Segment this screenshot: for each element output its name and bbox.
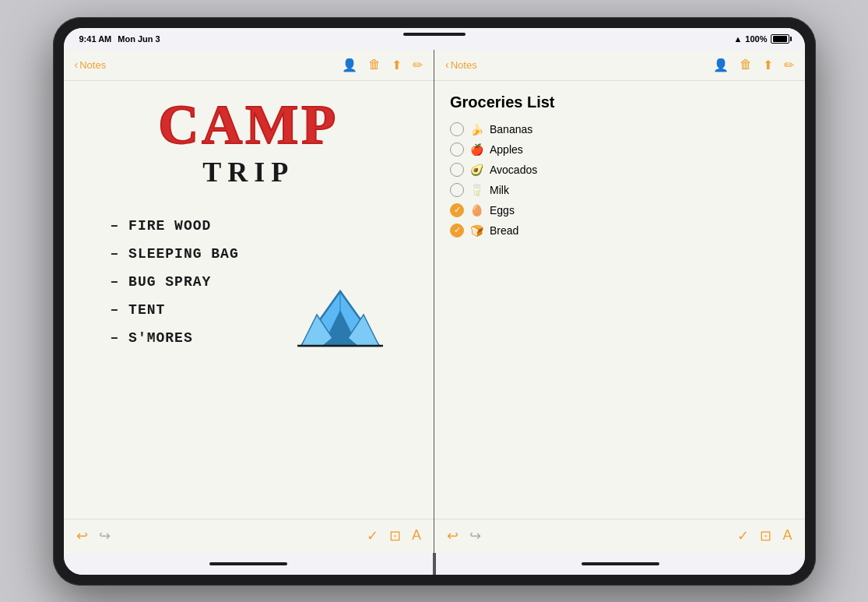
tent-drawing	[293, 276, 387, 357]
left-pane: ‹ Notes 👤 🗑 ⬆ ✏ CAMP TRIP	[64, 50, 435, 553]
right-back-label: Notes	[451, 59, 477, 71]
ipad-frame: 9:41 AM Mon Jun 3 ▲ 100% ‹	[53, 17, 816, 586]
left-note-content: CAMP TRIP – FIRE WOOD – SLEEPING BAG – B…	[64, 81, 434, 519]
left-pen-icon[interactable]: A	[412, 527, 421, 544]
left-compose-icon[interactable]: ✏	[413, 58, 423, 72]
right-undo-icon[interactable]: ↩	[447, 527, 459, 544]
right-camera-icon[interactable]: ⊡	[760, 527, 771, 544]
left-back-label: Notes	[79, 59, 106, 71]
left-camera-icon[interactable]: ⊡	[389, 527, 401, 544]
right-note-content: Groceries List 🍌 Bananas 🍎 Apples	[434, 81, 805, 519]
emoji-apples: 🍎	[470, 143, 483, 156]
right-share-icon[interactable]: ⬆	[763, 58, 773, 72]
battery-label: 100%	[745, 34, 767, 44]
left-home-bar	[209, 562, 287, 565]
left-redo-icon[interactable]: ↪	[99, 527, 111, 544]
label-apples: Apples	[490, 143, 523, 156]
left-share-icon[interactable]: ⬆	[392, 58, 402, 72]
right-pane: ‹ Notes 👤 🗑 ⬆ ✏ Groceries List	[434, 50, 805, 553]
right-compose-icon[interactable]: ✏	[784, 58, 794, 72]
right-toolbar-icons: 👤 🗑 ⬆ ✏	[713, 58, 794, 72]
checkbox-bread[interactable]: ✓	[450, 224, 464, 238]
right-person-icon[interactable]: 👤	[713, 58, 729, 72]
left-undo-icon[interactable]: ↩	[76, 527, 88, 544]
emoji-bread: 🍞	[470, 224, 483, 237]
notch	[403, 33, 466, 36]
right-chevron-icon: ‹	[445, 58, 449, 71]
emoji-milk: 🥛	[470, 184, 483, 196]
status-time: 9:41 AM	[79, 34, 112, 44]
emoji-eggs: 🥚	[470, 204, 483, 217]
right-redo-icon[interactable]: ↪	[469, 527, 481, 544]
emoji-avocados: 🥑	[470, 164, 483, 176]
emoji-bananas: 🍌	[470, 123, 483, 136]
right-home-bar	[582, 562, 659, 565]
left-trash-icon[interactable]: 🗑	[368, 58, 381, 72]
status-date: Mon Jun 3	[118, 34, 160, 44]
right-home-indicator	[436, 553, 805, 575]
status-bar-right: ▲ 100%	[733, 34, 789, 44]
right-bottom-right: ✓ ⊡ A	[737, 527, 792, 544]
label-milk: Milk	[490, 184, 509, 196]
camp-word: CAMP	[158, 93, 339, 156]
grocery-item-milk: 🥛 Milk	[450, 183, 789, 197]
list-item-1: – FIRE WOOD	[111, 212, 411, 240]
right-check-icon[interactable]: ✓	[737, 527, 749, 544]
split-view: ‹ Notes 👤 🗑 ⬆ ✏ CAMP TRIP	[64, 50, 805, 553]
checkbox-eggs[interactable]: ✓	[450, 203, 464, 217]
label-avocados: Avocados	[490, 164, 537, 176]
grocery-item-bread: ✓ 🍞 Bread	[450, 224, 789, 238]
status-bar: 9:41 AM Mon Jun 3 ▲ 100%	[64, 28, 805, 50]
left-bottom-right: ✓ ⊡ A	[367, 527, 421, 544]
checkbox-bananas[interactable]	[450, 122, 464, 136]
grocery-item-apples: 🍎 Apples	[450, 143, 789, 157]
left-bottom-left: ↩ ↪	[76, 527, 111, 544]
label-bread: Bread	[490, 224, 518, 237]
wifi-icon: ▲	[733, 34, 742, 44]
grocery-item-eggs: ✓ 🥚 Eggs	[450, 203, 789, 217]
status-bar-left: 9:41 AM Mon Jun 3	[79, 34, 160, 44]
right-bottom-left: ↩ ↪	[447, 527, 481, 544]
left-bottom-toolbar: ↩ ↪ ✓ ⊡ A	[64, 519, 434, 553]
checkbox-avocados[interactable]	[450, 163, 464, 177]
label-bananas: Bananas	[490, 123, 532, 136]
left-home-indicator	[64, 553, 433, 575]
home-indicator-row	[64, 553, 805, 575]
checkbox-apples[interactable]	[450, 143, 464, 157]
label-eggs: Eggs	[490, 204, 515, 217]
grocery-item-bananas: 🍌 Bananas	[450, 122, 789, 136]
ipad-screen: 9:41 AM Mon Jun 3 ▲ 100% ‹	[64, 28, 805, 575]
trip-word: TRIP	[87, 156, 411, 188]
left-check-icon[interactable]: ✓	[367, 527, 378, 544]
checkbox-milk[interactable]	[450, 183, 464, 197]
right-back-button[interactable]: ‹ Notes	[445, 58, 477, 71]
left-toolbar: ‹ Notes 👤 🗑 ⬆ ✏	[64, 50, 434, 81]
grocery-item-avocados: 🥑 Avocados	[450, 163, 789, 177]
left-chevron-icon: ‹	[75, 58, 79, 71]
list-item-2: – SLEEPING BAG	[111, 240, 411, 268]
left-back-button[interactable]: ‹ Notes	[75, 58, 107, 71]
groceries-title: Groceries List	[450, 93, 789, 111]
right-toolbar: ‹ Notes 👤 🗑 ⬆ ✏	[434, 50, 805, 81]
right-bottom-toolbar: ↩ ↪ ✓ ⊡ A	[434, 519, 805, 553]
right-trash-icon[interactable]: 🗑	[740, 58, 752, 72]
left-toolbar-icons: 👤 🗑 ⬆ ✏	[342, 58, 423, 72]
left-person-icon[interactable]: 👤	[342, 58, 357, 72]
battery-icon	[771, 34, 789, 44]
right-pen-icon[interactable]: A	[782, 527, 792, 544]
camp-title: CAMP TRIP	[87, 97, 411, 188]
